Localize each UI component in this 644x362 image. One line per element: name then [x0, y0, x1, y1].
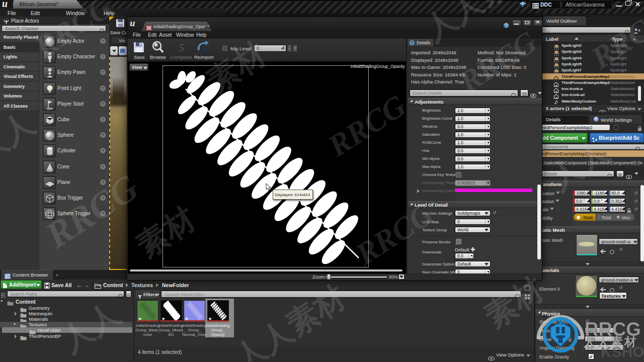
svg-text:5: 5: [179, 41, 184, 54]
